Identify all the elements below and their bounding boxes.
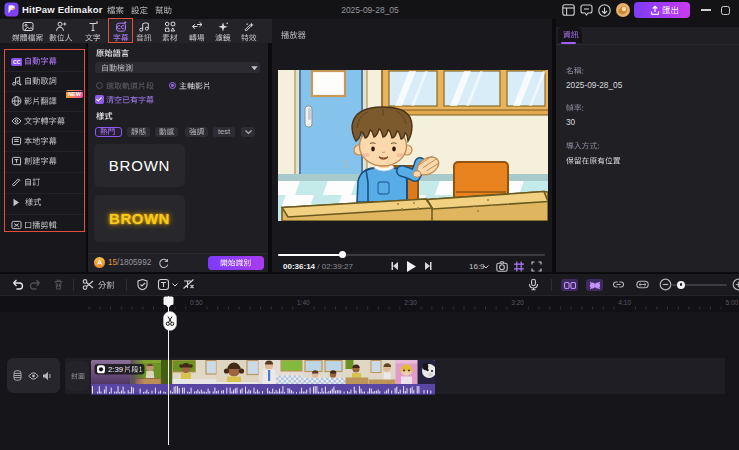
svg-text:2:30: 2:30 [404,299,417,306]
svg-text:1:40: 1:40 [297,299,310,306]
svg-text:5:00: 5:00 [725,299,738,306]
svg-text:4:10: 4:10 [618,299,631,306]
svg-text:3:20: 3:20 [511,299,524,306]
svg-text:2:39: 2:39 [108,365,123,374]
svg-text:0:50: 0:50 [190,299,203,306]
svg-text:CC: CC [13,59,21,65]
